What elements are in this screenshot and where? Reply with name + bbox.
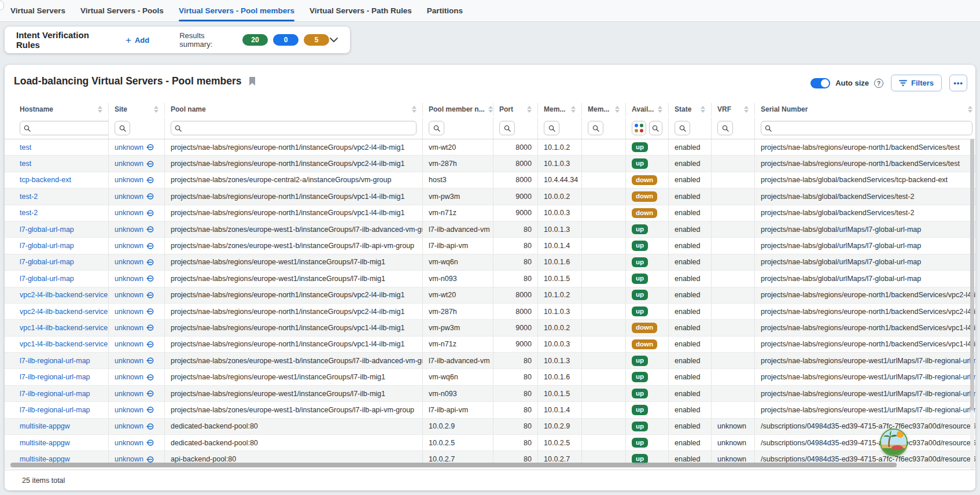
site-link[interactable]: unknown <box>115 160 154 168</box>
chevron-down-icon[interactable] <box>329 37 338 43</box>
site-link[interactable]: unknown <box>115 340 154 348</box>
sort-icon[interactable] <box>94 106 102 113</box>
hostname-link[interactable]: l7-global-url-map <box>20 275 74 283</box>
horizontal-scrollbar[interactable] <box>10 463 897 467</box>
column-header-state[interactable]: State <box>669 103 712 116</box>
drawer-handle[interactable] <box>0 1 4 10</box>
site-link[interactable]: unknown <box>115 193 154 201</box>
site-link[interactable]: unknown <box>115 176 154 184</box>
filters-button[interactable]: Filters <box>891 75 942 91</box>
column-header-pool[interactable]: Pool name <box>165 103 423 116</box>
sort-icon[interactable] <box>485 106 493 113</box>
site-link[interactable]: unknown <box>115 324 154 332</box>
hostname-link[interactable]: test-2 <box>20 209 38 217</box>
sort-icon[interactable] <box>964 106 972 113</box>
search-filter-site[interactable] <box>115 121 130 135</box>
column-header-port[interactable]: Port <box>493 103 538 116</box>
sort-icon[interactable] <box>568 106 576 113</box>
hostname-link[interactable]: l7-global-url-map <box>20 226 74 234</box>
site-link[interactable]: unknown <box>115 275 154 283</box>
site-link[interactable]: unknown <box>115 308 154 316</box>
help-icon[interactable]: ? <box>874 79 883 88</box>
hostname-link[interactable]: l7-global-url-map <box>20 242 74 250</box>
site-link[interactable]: unknown <box>115 143 154 152</box>
hostname-link[interactable]: test <box>20 160 31 168</box>
sort-icon[interactable] <box>524 106 532 113</box>
sort-icon[interactable] <box>740 106 749 113</box>
search-filter-port[interactable] <box>499 121 515 135</box>
column-header-serial[interactable]: Serial Number <box>755 103 975 116</box>
hostname-link[interactable]: multisite-appgw <box>20 422 70 430</box>
search-filter-avail[interactable] <box>649 121 662 135</box>
search-filter-mem2[interactable] <box>588 121 603 135</box>
hostname-link[interactable]: l7-global-url-map <box>20 258 74 266</box>
hostname-link[interactable]: multisite-appgw <box>20 455 70 463</box>
search-input-serial[interactable] <box>774 124 968 132</box>
site-link[interactable]: unknown <box>115 209 154 217</box>
auto-size-toggle[interactable] <box>810 78 830 88</box>
forward-networks-logo[interactable] <box>880 428 908 456</box>
hostname-link[interactable]: vpc1-l4-ilb-backend-service <box>20 340 108 348</box>
hostname-link[interactable]: vpc2-l4-ilb-backend-service <box>20 291 108 299</box>
column-header-site[interactable]: Site <box>109 103 165 116</box>
search-filter-pool[interactable] <box>171 121 417 135</box>
site-link[interactable]: unknown <box>115 258 154 266</box>
site-link[interactable]: unknown <box>115 242 154 250</box>
column-header-vrf[interactable]: VRF <box>712 103 755 116</box>
column-header-mem[interactable]: Mem... <box>538 103 582 116</box>
tab-partitions[interactable]: Partitions <box>427 0 463 21</box>
column-header-avail[interactable]: Avail... <box>626 103 669 116</box>
search-filter-serial[interactable] <box>761 121 972 135</box>
sort-icon[interactable] <box>150 106 159 113</box>
availability-filter-button[interactable] <box>632 121 646 135</box>
site-link[interactable]: unknown <box>115 390 154 398</box>
link-icon <box>146 456 154 463</box>
search-input-pool[interactable] <box>184 124 412 132</box>
site-link[interactable]: unknown <box>115 422 154 430</box>
site-link[interactable]: unknown <box>115 291 154 299</box>
tab-virtual-servers-path-rules[interactable]: Virtual Servers - Path Rules <box>310 0 412 21</box>
sort-icon[interactable] <box>697 106 705 113</box>
hostname-link[interactable]: vpc2-l4-ilb-backend-service <box>20 308 108 316</box>
tab-virtual-servers-pool-members[interactable]: Virtual Servers - Pool members <box>179 0 294 21</box>
hostname-link[interactable]: test-2 <box>20 193 38 201</box>
summary-count-badge[interactable]: 20 <box>242 34 268 46</box>
search-input-hostname[interactable] <box>33 124 109 132</box>
hostname-link[interactable]: l7-ilb-regional-url-map <box>20 373 90 381</box>
hostname-link[interactable]: l7-ilb-regional-url-map <box>20 357 90 365</box>
bookmark-icon[interactable] <box>249 77 256 86</box>
hostname-link[interactable]: multisite-appgw <box>20 439 70 447</box>
tab-virtual-servers-pools[interactable]: Virtual Servers - Pools <box>80 0 164 21</box>
hostname-link[interactable]: l7-ilb-regional-url-map <box>20 390 90 398</box>
site-link[interactable]: unknown <box>115 357 154 365</box>
site-link[interactable]: unknown <box>115 406 154 414</box>
summary-count-badge[interactable]: 5 <box>304 34 329 46</box>
more-options-button[interactable]: ••• <box>949 75 967 91</box>
sort-icon[interactable] <box>611 106 620 113</box>
add-rule-button[interactable]: + Add <box>126 35 149 45</box>
hostname-link[interactable]: test <box>20 143 31 152</box>
site-link[interactable]: unknown <box>115 226 154 234</box>
hostname-link[interactable]: tcp-backend-ext <box>20 176 71 184</box>
summary-count-badge[interactable]: 0 <box>273 34 299 46</box>
search-filter-mem[interactable] <box>544 121 559 135</box>
vertical-scrollbar-track[interactable] <box>970 139 974 470</box>
tab-virtual-servers[interactable]: Virtual Servers <box>10 0 65 21</box>
search-filter-vrf[interactable] <box>717 121 733 135</box>
hostname-link[interactable]: l7-ilb-regional-url-map <box>20 406 90 414</box>
hostname-link[interactable]: vpc1-l4-ilb-backend-service <box>20 324 108 332</box>
search-filter-member[interactable] <box>429 121 444 135</box>
site-link[interactable]: unknown <box>115 373 154 381</box>
column-header-mem2[interactable]: Mem... <box>582 103 626 116</box>
vertical-scrollbar-thumb[interactable] <box>970 139 974 411</box>
sort-icon[interactable] <box>654 106 662 113</box>
search-filter-state[interactable] <box>675 121 690 135</box>
column-header-hostname[interactable]: Hostname <box>14 103 109 116</box>
column-header-member[interactable]: Pool member n... <box>423 103 493 116</box>
cell-port: 8000 <box>493 156 538 171</box>
sort-icon[interactable] <box>408 106 417 113</box>
search-filter-hostname[interactable] <box>20 121 109 135</box>
site-link[interactable]: unknown <box>115 439 154 447</box>
cell-member: 10.0.2.9 <box>423 419 493 434</box>
site-link[interactable]: unknown <box>115 455 154 463</box>
